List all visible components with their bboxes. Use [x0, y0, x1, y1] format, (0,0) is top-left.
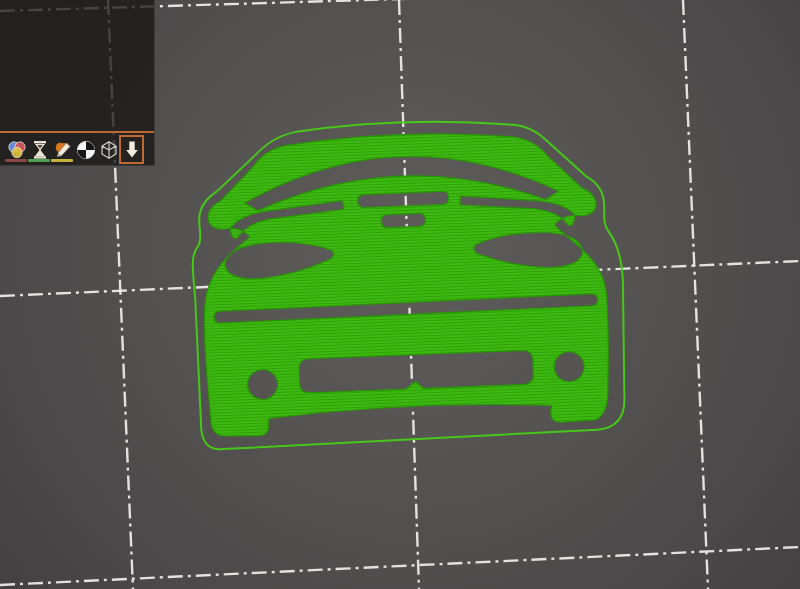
- color-mix-button[interactable]: [5, 136, 28, 163]
- wireframe-cube-icon: [99, 140, 119, 160]
- car-design[interactable]: [188, 114, 629, 450]
- edit-colors-button[interactable]: [51, 136, 74, 163]
- tool-underline: [51, 159, 73, 162]
- view-toolbar: [0, 136, 154, 164]
- tool-underline: [5, 159, 27, 162]
- panel-accent-line: [0, 131, 154, 133]
- pin-arrow-icon: [122, 140, 142, 160]
- center-point-button[interactable]: [74, 136, 97, 163]
- wireframe-button[interactable]: [97, 136, 120, 163]
- hourglass-icon: [30, 140, 50, 160]
- color-circles-icon: [7, 140, 27, 160]
- hourglass-button[interactable]: [28, 136, 51, 163]
- grid-line-horizontal-bottom: [0, 547, 800, 585]
- paint-pencil-icon: [53, 140, 73, 160]
- pin-design-button[interactable]: [120, 136, 143, 163]
- grid-line-vertical-right: [683, 0, 708, 589]
- checker-circle-icon: [76, 140, 96, 160]
- tool-underline: [28, 159, 50, 162]
- side-panel: [0, 0, 155, 166]
- embroidery-canvas[interactable]: [0, 0, 800, 589]
